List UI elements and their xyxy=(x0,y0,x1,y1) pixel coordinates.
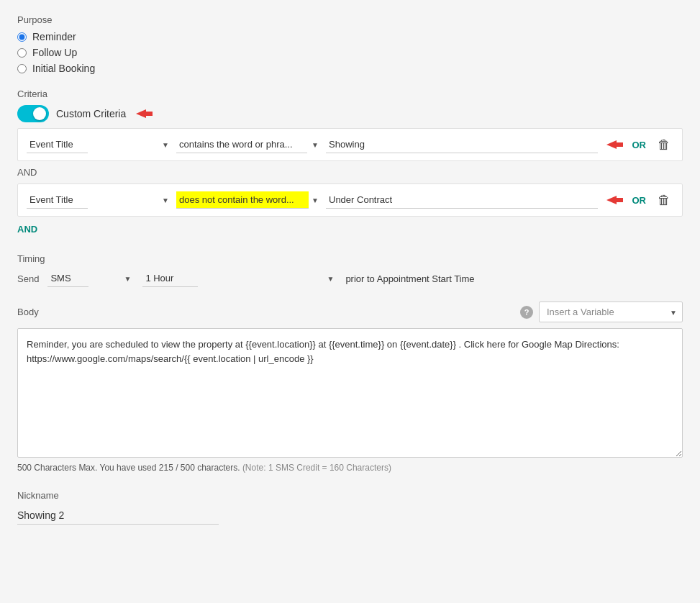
criteria-row-1: Event Title ▼ contains the word or phra.… xyxy=(17,128,683,161)
sms-chevron: ▼ xyxy=(124,275,131,283)
radio-reminder[interactable]: Reminder xyxy=(17,31,683,42)
field-chevron-1: ▼ xyxy=(162,141,169,149)
row2-arrow-icon xyxy=(606,193,624,207)
delete-button-2[interactable]: 🗑 xyxy=(655,193,673,208)
nickname-section: Nickname xyxy=(17,490,683,525)
radio-initialbooking[interactable]: Initial Booking xyxy=(17,63,683,74)
and-label-between: AND xyxy=(17,166,683,179)
condition-chevron-1: ▼ xyxy=(312,141,319,149)
body-label: Body xyxy=(17,307,39,317)
field-select-1[interactable]: Event Title ▼ xyxy=(27,136,171,153)
radio-followup[interactable]: Follow Up xyxy=(17,47,683,58)
timing-row: Send SMS Email Push ▼ 1 Hour 2 Hours 3 H… xyxy=(17,270,683,287)
body-header: Body ? Insert a Variable {{event.locatio… xyxy=(17,302,683,322)
char-count: 500 Characters Max. You have used 215 / … xyxy=(17,463,683,473)
field-select-2[interactable]: Event Title ▼ xyxy=(27,191,171,209)
criteria-row-2: Event Title ▼ does not contain the word.… xyxy=(17,183,683,217)
body-textarea[interactable]: Reminder, you are scheduled to view the … xyxy=(17,328,683,458)
criteria-label: Criteria xyxy=(17,89,683,99)
radio-initialbooking-input[interactable] xyxy=(17,64,27,73)
variable-row: ? Insert a Variable {{event.location}} {… xyxy=(520,302,683,322)
value-field-2 xyxy=(326,191,598,209)
condition-select-2[interactable]: does not contain the word... ▼ xyxy=(176,191,320,209)
body-section: Body ? Insert a Variable {{event.locatio… xyxy=(17,302,683,473)
purpose-radio-group: Reminder Follow Up Initial Booking xyxy=(17,31,683,74)
prior-text: prior to Appointment Start Time xyxy=(345,273,474,284)
and-add-link[interactable]: AND xyxy=(17,224,37,235)
sms-dropdown[interactable]: SMS Email Push xyxy=(47,270,88,287)
variable-dropdown[interactable]: Insert a Variable {{event.location}} {{e… xyxy=(539,302,683,322)
purpose-section: Purpose Reminder Follow Up Initial Booki… xyxy=(17,14,683,74)
nickname-input[interactable] xyxy=(17,507,219,525)
field-dropdown-2[interactable]: Event Title xyxy=(27,191,88,209)
row1-arrow-icon xyxy=(606,137,624,152)
toggle-slider xyxy=(17,105,49,122)
radio-followup-label: Follow Up xyxy=(32,47,77,58)
criteria-section: Criteria Custom Criteria Event Title ▼ c… xyxy=(17,89,683,239)
condition-chevron-2: ▼ xyxy=(312,196,319,204)
condition-dropdown-1[interactable]: contains the word or phra... xyxy=(176,136,307,153)
char-count-text: 500 Characters Max. You have used 215 / … xyxy=(17,463,240,473)
hour-chevron: ▼ xyxy=(327,275,334,283)
send-label: Send xyxy=(17,273,39,284)
or-button-2[interactable]: OR xyxy=(629,195,650,206)
custom-criteria-arrow-icon xyxy=(136,106,153,121)
help-icon[interactable]: ? xyxy=(520,306,533,319)
hour-select-wrap[interactable]: 1 Hour 2 Hours 3 Hours 6 Hours 12 Hours … xyxy=(142,270,337,287)
char-note: (Note: 1 SMS Credit = 160 Characters) xyxy=(242,463,391,473)
custom-criteria-row: Custom Criteria xyxy=(17,105,683,122)
variable-select-wrap[interactable]: Insert a Variable {{event.location}} {{e… xyxy=(539,302,683,322)
condition-dropdown-2[interactable]: does not contain the word... xyxy=(176,191,309,209)
nickname-label: Nickname xyxy=(17,490,683,501)
or-button-1[interactable]: OR xyxy=(629,140,650,150)
condition-select-1[interactable]: contains the word or phra... ▼ xyxy=(176,136,320,153)
value-input-2[interactable] xyxy=(326,191,598,209)
timing-section: Timing Send SMS Email Push ▼ 1 Hour 2 Ho… xyxy=(17,253,683,287)
trash-icon-2: 🗑 xyxy=(658,193,671,208)
timing-label: Timing xyxy=(17,253,683,264)
value-input-1[interactable] xyxy=(326,136,598,153)
hour-dropdown[interactable]: 1 Hour 2 Hours 3 Hours 6 Hours 12 Hours … xyxy=(142,270,198,287)
field-chevron-2: ▼ xyxy=(162,196,169,204)
value-field-1 xyxy=(326,136,598,153)
criteria-rows: Event Title ▼ contains the word or phra.… xyxy=(17,128,683,239)
trash-icon-1: 🗑 xyxy=(658,137,671,153)
field-dropdown-1[interactable]: Event Title xyxy=(27,136,88,153)
delete-button-1[interactable]: 🗑 xyxy=(655,137,673,153)
sms-select-wrap[interactable]: SMS Email Push ▼ xyxy=(47,270,134,287)
radio-initialbooking-label: Initial Booking xyxy=(32,63,95,74)
radio-reminder-label: Reminder xyxy=(32,31,76,42)
radio-reminder-input[interactable] xyxy=(17,32,27,42)
purpose-label: Purpose xyxy=(17,14,683,25)
radio-followup-input[interactable] xyxy=(17,48,27,58)
custom-criteria-label: Custom Criteria xyxy=(56,108,126,119)
custom-criteria-toggle[interactable] xyxy=(17,105,49,122)
